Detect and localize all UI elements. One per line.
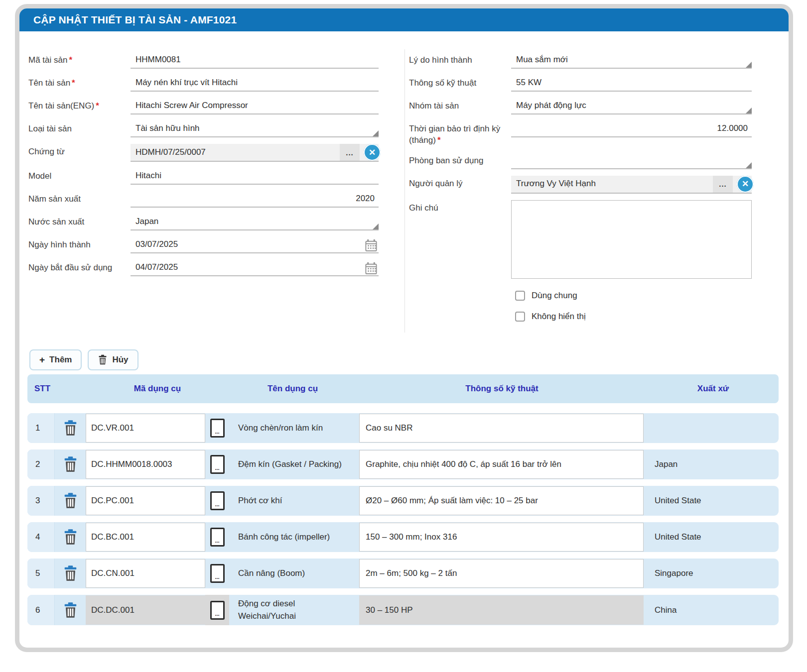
asset-group-label: Nhóm tài sản bbox=[409, 101, 459, 111]
tool-browse-button[interactable]: ... bbox=[210, 528, 225, 547]
manager-lookup-field[interactable]: Trương Vy Việt Hạnh ... ✕ bbox=[511, 176, 752, 194]
manager-browse-button[interactable]: ... bbox=[713, 176, 733, 193]
model-input[interactable]: Hitachi bbox=[131, 168, 379, 185]
asset-type-select[interactable]: Tài sản hữu hình bbox=[131, 121, 379, 137]
specs-input[interactable]: 55 KW bbox=[511, 75, 752, 92]
field-specs: Thông số kỹ thuật 55 KW bbox=[409, 75, 752, 92]
formation-reason-select[interactable]: Mua sắm mới bbox=[511, 52, 752, 69]
table-row: 4 DC.BC.001 ... Bánh công tác (impeller)… bbox=[27, 522, 779, 552]
trash-icon[interactable] bbox=[63, 602, 78, 618]
row-stt: 2 bbox=[27, 449, 55, 479]
tool-code-input[interactable]: DC.DC.001 bbox=[86, 595, 205, 625]
shared-checkbox[interactable] bbox=[515, 291, 525, 301]
notes-textarea[interactable] bbox=[514, 203, 749, 276]
tool-name-cell: Cần nâng (Boom) bbox=[229, 559, 356, 588]
production-year-input[interactable]: 2020 bbox=[131, 191, 379, 208]
tool-specs-input[interactable]: Graphite, chịu nhiệt 400 độ C, áp suất 1… bbox=[359, 450, 644, 479]
row-stt: 5 bbox=[27, 559, 55, 588]
cancel-tool-button[interactable]: Hủy bbox=[88, 349, 138, 370]
notes-field-box bbox=[511, 200, 752, 279]
department-label: Phòng ban sử dụng bbox=[409, 156, 483, 165]
tool-code-input[interactable]: DC.PC.001 bbox=[86, 486, 205, 515]
tool-specs-input[interactable]: Cao su NBR bbox=[359, 414, 644, 443]
document-clear-button[interactable]: ✕ bbox=[364, 144, 381, 161]
field-manager: Người quản lý Trương Vy Việt Hạnh ... ✕ bbox=[409, 176, 752, 194]
asset-form: Mã tài sản* HHMM0081 Tên tài sản* Máy né… bbox=[19, 31, 789, 333]
asset-code-input[interactable]: HHMM0081 bbox=[131, 52, 379, 69]
row-browse-cell: ... bbox=[205, 449, 229, 479]
calendar-icon[interactable] bbox=[365, 261, 378, 275]
tool-browse-button[interactable]: ... bbox=[210, 601, 225, 620]
field-formation-reason: Lý do hình thành Mua sắm mới bbox=[409, 52, 752, 69]
tool-code-input[interactable]: DC.VR.001 bbox=[86, 414, 205, 443]
required-marker: * bbox=[437, 135, 441, 145]
tool-origin-cell: China bbox=[648, 595, 779, 625]
notes-label: Ghi chú bbox=[409, 203, 438, 213]
document-browse-button[interactable]: ... bbox=[340, 144, 360, 161]
maintenance-period-input[interactable]: 12.0000 bbox=[511, 121, 752, 137]
grid-toolbar: + Thêm Hủy bbox=[19, 333, 789, 374]
manager-clear-button[interactable]: ✕ bbox=[737, 176, 754, 193]
row-browse-cell: ... bbox=[205, 595, 229, 625]
tool-browse-button[interactable]: ... bbox=[210, 564, 225, 583]
tool-browse-button[interactable]: ... bbox=[210, 491, 225, 510]
tool-name-cell: Động cơ diesel Weichai/Yuchai bbox=[229, 595, 356, 625]
table-row: 3 DC.PC.001 ... Phớt cơ khí Ø20 – Ø60 mm… bbox=[27, 486, 779, 516]
asset-group-select[interactable]: Máy phát động lực bbox=[511, 98, 752, 114]
formation-date-input[interactable]: 03/07/2025 bbox=[131, 237, 379, 253]
trash-icon[interactable] bbox=[63, 565, 78, 581]
required-marker: * bbox=[69, 55, 72, 65]
tool-specs-input[interactable]: Ø20 – Ø60 mm; Áp suất làm việc: 10 – 25 … bbox=[359, 486, 644, 515]
tool-code-input[interactable]: DC.HHMM0018.0003 bbox=[86, 450, 205, 479]
tool-code-input[interactable]: DC.CN.001 bbox=[86, 559, 205, 588]
hidden-checkbox[interactable] bbox=[515, 312, 525, 322]
field-production-country: Nước sản xuất Japan bbox=[28, 214, 379, 230]
hidden-checkbox-label: Không hiển thị bbox=[532, 312, 586, 322]
field-start-use-date: Ngày bắt đầu sử dụng 04/07/2025 bbox=[28, 260, 379, 276]
formation-date-value: 03/07/2025 bbox=[135, 239, 178, 249]
asset-code-label: Mã tài sản bbox=[28, 55, 67, 65]
col-header-name: Tên dụng cụ bbox=[229, 384, 356, 394]
start-use-date-input[interactable]: 04/07/2025 bbox=[131, 260, 379, 276]
calendar-icon[interactable] bbox=[365, 238, 378, 252]
document-value[interactable]: HDMH/07/25/0007 bbox=[135, 145, 340, 160]
tool-browse-button[interactable]: ... bbox=[210, 419, 225, 438]
formation-date-label: Ngày hình thành bbox=[28, 240, 91, 249]
trash-icon[interactable] bbox=[63, 456, 78, 472]
tool-specs-input[interactable]: 150 – 300 mm; Inox 316 bbox=[359, 523, 644, 552]
tool-browse-button[interactable]: ... bbox=[210, 455, 225, 474]
tool-specs-input[interactable]: 2m – 6m; 500 kg – 2 tấn bbox=[359, 559, 644, 588]
field-document: Chứng từ HDMH/07/25/0007 ... ✕ bbox=[28, 144, 379, 162]
col-header-code: Mã dụng cụ bbox=[86, 384, 229, 394]
asset-name-input[interactable]: Máy nén khí trục vít Hitachi bbox=[131, 75, 379, 92]
asset-update-window: CẬP NHẬT THIẾT BỊ TÀI SẢN - AMF1021 Mã t… bbox=[15, 4, 793, 652]
trash-icon[interactable] bbox=[63, 492, 78, 509]
form-left-column: Mã tài sản* HHMM0081 Tên tài sản* Máy né… bbox=[19, 49, 404, 333]
add-tool-button[interactable]: + Thêm bbox=[29, 349, 82, 370]
field-maintenance-period: Thời gian bảo trì định kỳ (tháng)* 12.00… bbox=[409, 121, 752, 146]
row-browse-cell: ... bbox=[205, 486, 229, 516]
maintenance-period-label: Thời gian bảo trì định kỳ (tháng) bbox=[409, 124, 500, 145]
row-stt: 3 bbox=[27, 486, 55, 516]
manager-label: Người quản lý bbox=[409, 179, 463, 188]
tool-specs-input[interactable]: 30 – 150 HP bbox=[359, 595, 644, 625]
page-title: CẬP NHẬT THIẾT BỊ TÀI SẢN - AMF1021 bbox=[33, 14, 237, 26]
tool-code-input[interactable]: DC.BC.001 bbox=[86, 523, 205, 552]
department-select[interactable] bbox=[511, 153, 752, 169]
table-header-row: STT Mã dụng cụ Tên dụng cụ Thông số kỹ t… bbox=[27, 374, 779, 403]
trash-icon[interactable] bbox=[63, 529, 78, 545]
asset-name-eng-input[interactable]: Hitachi Screw Air Compressor bbox=[131, 98, 379, 114]
field-production-year: Năm sản xuất 2020 bbox=[28, 191, 379, 208]
trash-icon[interactable] bbox=[63, 420, 78, 436]
manager-value[interactable]: Trương Vy Việt Hạnh bbox=[516, 176, 713, 192]
row-stt: 4 bbox=[27, 522, 55, 552]
row-delete-cell bbox=[55, 522, 86, 552]
field-asset-type: Loại tài sản Tài sản hữu hình bbox=[28, 121, 379, 137]
row-stt: 6 bbox=[27, 595, 55, 625]
production-country-select[interactable]: Japan bbox=[131, 214, 379, 230]
field-department: Phòng ban sử dụng bbox=[409, 153, 752, 169]
tool-name-cell: Phớt cơ khí bbox=[229, 486, 356, 516]
cancel-tool-label: Hủy bbox=[112, 355, 128, 365]
document-lookup-field[interactable]: HDMH/07/25/0007 ... ✕ bbox=[131, 144, 379, 162]
field-asset-code: Mã tài sản* HHMM0081 bbox=[28, 52, 379, 69]
